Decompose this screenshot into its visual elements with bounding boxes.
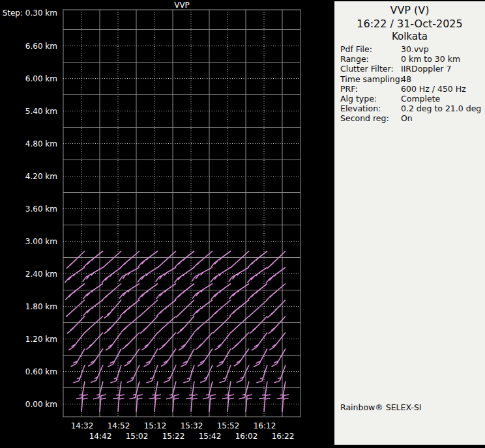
wind-barb	[149, 382, 158, 399]
wind-barb	[269, 333, 286, 350]
wind-barb	[118, 395, 125, 412]
info-row-elevation: Elevation: 0.2 deg to 21.0 deg	[334, 104, 485, 113]
wind-barb	[194, 251, 213, 268]
wind-barb	[254, 349, 267, 367]
wind-barb	[256, 365, 267, 383]
product-datetime: 16:22 / 31-Oct-2025	[334, 17, 485, 31]
wind-barb	[166, 382, 176, 399]
param-label: Pdf File:	[340, 44, 372, 54]
info-row-alg-type: Alg type: Complete	[334, 94, 485, 104]
wind-barb	[66, 300, 85, 317]
info-row-range: Range: 0 km to 30 km	[334, 54, 485, 64]
wind-barb	[269, 316, 286, 334]
wind-barb	[68, 333, 85, 350]
wind-barb	[228, 395, 234, 412]
wind-barb	[157, 251, 176, 268]
wind-barb	[86, 333, 103, 350]
wind-barb	[214, 333, 231, 350]
x-axis-time-label: 16:12	[246, 421, 284, 430]
wind-barb	[164, 365, 176, 383]
wind-barb	[174, 268, 194, 283]
wind-barb	[158, 316, 176, 333]
wind-barb	[282, 395, 289, 412]
wind-barb	[177, 316, 195, 334]
wind-barb	[123, 333, 140, 350]
info-panel: VVP (V) 16:22 / 31-Oct-2025 Kolkata Pdf …	[334, 1, 485, 445]
wind-profile-chart	[0, 0, 334, 448]
wind-barb	[65, 284, 85, 300]
wind-barb	[203, 382, 213, 399]
wind-barb	[156, 300, 176, 316]
y-axis-label: 6.00 km	[0, 74, 57, 83]
wind-barb	[196, 333, 213, 350]
wind-barb	[267, 251, 286, 269]
param-value: 30.vvp	[401, 44, 429, 54]
vvp-chart-panel: VVP Step: 0.30 km 6.60 km6.00 km5.40 km4…	[0, 0, 334, 448]
wind-barb	[125, 349, 140, 367]
y-axis-label: 3.60 km	[0, 204, 57, 214]
wind-barb	[176, 300, 194, 318]
wind-barb	[66, 251, 85, 269]
wind-barb	[106, 333, 121, 351]
wind-barb	[213, 316, 231, 333]
y-axis-label: 1.20 km	[0, 335, 57, 344]
wind-barb	[248, 251, 267, 268]
x-axis-time-label: 15:32	[173, 421, 211, 430]
param-label: Time sampling:	[340, 74, 403, 84]
wind-barb	[248, 300, 267, 317]
wind-barb	[65, 268, 85, 283]
wind-barb	[248, 284, 267, 300]
x-axis-time-label: 15:52	[209, 421, 247, 430]
wind-barb	[211, 251, 231, 267]
wind-barb	[179, 333, 194, 351]
wind-barb	[198, 349, 213, 367]
wind-barb	[83, 251, 103, 268]
wind-barb	[200, 365, 213, 383]
wind-barb	[231, 316, 249, 333]
wind-barb	[100, 395, 106, 412]
param-label: Alg type:	[340, 94, 377, 104]
wind-barb	[186, 382, 195, 399]
wind-barb	[267, 284, 286, 301]
y-axis-label: 5.40 km	[0, 107, 57, 116]
wind-barb	[110, 365, 121, 383]
wind-barb	[67, 316, 85, 334]
x-axis-time-label: 15:12	[136, 421, 174, 430]
x-axis-time-label: 15:22	[154, 432, 192, 441]
wind-barb	[138, 251, 158, 267]
param-value: 0.2 deg to 21.0 deg	[401, 104, 481, 113]
y-axis-label: 0.00 km	[0, 400, 57, 409]
wind-barb	[102, 251, 121, 268]
y-axis-label: 6.60 km	[0, 42, 57, 51]
wind-barb	[252, 333, 267, 351]
product-parameters: Pdf File: 30.vvp Range: 0 km to 30 km Cl…	[334, 44, 485, 124]
info-row-time-sampling: Time sampling: 48	[334, 74, 485, 84]
wind-barb	[136, 395, 143, 412]
param-value: 600 Hz / 450 Hz	[401, 84, 466, 94]
wind-barb	[81, 395, 88, 412]
param-value: 0 km to 30 km	[401, 54, 460, 64]
wind-barb	[104, 316, 122, 334]
wind-barb	[144, 349, 158, 367]
wind-barb	[173, 395, 179, 412]
brand-label: Rainbow® SELEX-SI	[340, 402, 422, 412]
wind-barb	[232, 333, 249, 350]
wind-barb	[140, 316, 158, 334]
wind-barb	[229, 300, 249, 316]
x-axis-time-label: 14:42	[81, 432, 119, 441]
wind-barb	[175, 284, 194, 300]
x-axis-time-label: 16:22	[264, 432, 302, 441]
wind-barb	[222, 382, 231, 399]
param-label: Second reg:	[340, 113, 389, 123]
wind-barb	[127, 365, 140, 383]
wind-barb	[104, 300, 121, 318]
wind-barb	[209, 395, 216, 412]
wind-barb	[102, 284, 121, 301]
wind-barb	[277, 382, 286, 399]
y-axis-label: 2.40 km	[0, 270, 57, 279]
wind-barb	[161, 349, 176, 367]
wind-barb	[246, 395, 252, 412]
info-row-pdf-file: Pdf File: 30.vvp	[334, 44, 485, 54]
info-row-prf: PRF: 600 Hz / 450 Hz	[334, 84, 485, 94]
param-value: IIRDoppler 7	[401, 64, 451, 74]
